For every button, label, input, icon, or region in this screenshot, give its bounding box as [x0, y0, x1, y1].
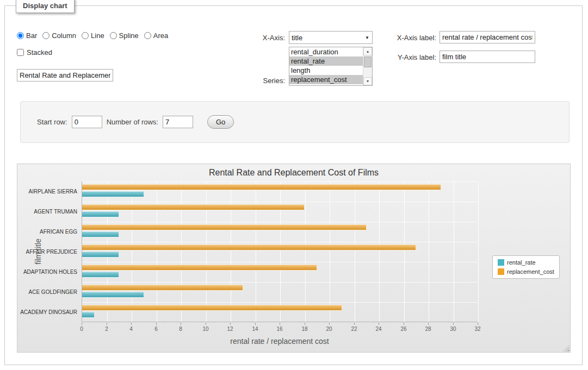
chart-type-area[interactable]: Area [144, 32, 168, 40]
bar-replacement_cost [82, 285, 243, 291]
x-tick-mark [131, 323, 132, 325]
category-label: ADAPTATION HOLES [20, 269, 77, 275]
chart-type-options: BarColumnLineSplineArea [17, 32, 174, 40]
chart-legend: rental_ratereplacement_cost [492, 255, 560, 279]
x-axis-caption: X-Axis: [212, 34, 285, 42]
chart-title-input[interactable] [17, 69, 113, 81]
bar-replacement_cost [82, 244, 416, 250]
y-gridline [82, 222, 478, 222]
chart-type-spline[interactable]: Spline [110, 32, 139, 40]
category-label: ACE GOLDFINGER [20, 289, 77, 295]
y-axis-label-input[interactable] [440, 51, 535, 63]
x-tick-label: 28 [420, 326, 436, 332]
chart-type-label: Spline [119, 32, 139, 40]
chart-type-radio-line[interactable] [82, 32, 89, 39]
bar-rental_rate [82, 312, 95, 318]
y-gridline [82, 202, 478, 202]
category-label: AFFAIR PREJUDICE [20, 249, 77, 255]
x-tick-mark [453, 323, 454, 325]
bar-rental_rate [82, 211, 119, 217]
start-row-input[interactable] [72, 116, 102, 128]
x-tick-mark [428, 323, 429, 325]
y-gridline [82, 262, 478, 262]
scroll-down-icon[interactable]: ▼ [363, 77, 372, 85]
series-listbox: rental_durationrental_ratelengthreplacem… [289, 47, 373, 86]
chart-panel: Rental Rate and Replacement Cost of Film… [17, 164, 571, 353]
series-option-rental_duration[interactable]: rental_duration [289, 47, 363, 57]
x-tick-label: 8 [172, 326, 189, 332]
plot-area [82, 181, 478, 322]
chart-type-column[interactable]: Column [42, 32, 76, 40]
y-axis-label-caption: Y-Axis label: [361, 53, 436, 61]
display-chart-fieldset: Display chart BarColumnLineSplineArea St… [4, 5, 583, 365]
x-tick-mark [404, 323, 404, 325]
x-gridline [305, 181, 306, 322]
bar-replacement_cost [82, 305, 342, 311]
category-label: AFRICAN EGG [20, 229, 77, 235]
x-tick-label: 2 [98, 326, 115, 332]
category-label: ACADEMY DINOSAUR [20, 309, 77, 315]
page: Display chart BarColumnLineSplineArea St… [0, 0, 588, 370]
chart-title: Rental Rate and Replacement Cost of Film… [17, 168, 570, 178]
legend-label: rental_rate [507, 259, 536, 266]
legend-item-replacement_cost[interactable]: replacement_cost [498, 268, 554, 275]
bar-rental_rate [82, 292, 144, 298]
x-tick-mark [379, 323, 379, 325]
x-gridline [280, 181, 281, 322]
x-tick-label: 14 [247, 326, 263, 332]
x-tick-mark [478, 323, 478, 325]
x-axis-select[interactable]: title [289, 31, 373, 44]
x-tick-mark [305, 323, 305, 325]
chart-type-radio-area[interactable] [144, 32, 151, 39]
fieldset-legend: Display chart [16, 0, 75, 13]
chart-type-line[interactable]: Line [82, 32, 104, 40]
x-tick-mark [156, 323, 157, 325]
bar-replacement_cost [82, 224, 367, 230]
num-rows-label: Number of rows: [107, 118, 158, 126]
x-tick-label: 18 [296, 326, 313, 332]
series-option-rental_rate[interactable]: rental_rate [289, 57, 363, 66]
x-gridline [454, 181, 454, 322]
x-gridline [330, 181, 330, 322]
legend-swatch-replacement_cost [498, 268, 504, 275]
y-gridline [82, 282, 478, 283]
series-option-replacement_cost[interactable]: replacement_cost [289, 75, 363, 84]
bar-rental_rate [82, 191, 144, 197]
x-gridline [181, 181, 182, 322]
stacked-option[interactable]: Stacked [17, 48, 52, 57]
bar-replacement_cost [82, 204, 305, 210]
num-rows-input[interactable] [163, 116, 193, 128]
start-row-label: Start row: [37, 118, 67, 126]
series-caption: Series: [212, 77, 285, 85]
x-tick-mark [181, 323, 181, 325]
chart-type-radio-spline[interactable] [110, 32, 117, 39]
resize-handle-icon[interactable] [563, 345, 570, 352]
category-label: AIRPLANE SIERRA [20, 189, 77, 195]
chart-type-radio-column[interactable] [42, 32, 49, 39]
x-gridline [256, 181, 256, 322]
chart-type-label: Area [153, 32, 168, 40]
go-button[interactable]: Go [207, 115, 234, 129]
x-tick-mark [107, 323, 107, 325]
x-tick-label: 32 [469, 326, 486, 332]
bar-rental_rate [82, 231, 119, 237]
x-tick-mark [82, 323, 82, 325]
x-axis-select-wrap: title ▼ [289, 31, 373, 44]
x-tick-label: 0 [73, 326, 90, 332]
bar-replacement_cost [82, 184, 441, 190]
x-gridline [157, 181, 157, 322]
x-tick-label: 4 [123, 326, 139, 332]
legend-item-rental_rate[interactable]: rental_rate [498, 259, 554, 266]
chart-type-radio-bar[interactable] [17, 32, 24, 39]
x-tick-label: 24 [370, 326, 387, 332]
stacked-checkbox[interactable] [17, 49, 24, 56]
series-option-length[interactable]: length [289, 66, 363, 75]
x-tick-label: 16 [271, 326, 288, 332]
chart-type-bar[interactable]: Bar [17, 32, 37, 40]
legend-label: replacement_cost [507, 268, 554, 275]
x-tick-mark [354, 323, 355, 325]
x-axis-label-input[interactable] [440, 31, 535, 43]
category-label: AGENT TRUMAN [20, 209, 77, 215]
y-gridline [82, 302, 478, 303]
x-tick-mark [230, 323, 231, 325]
